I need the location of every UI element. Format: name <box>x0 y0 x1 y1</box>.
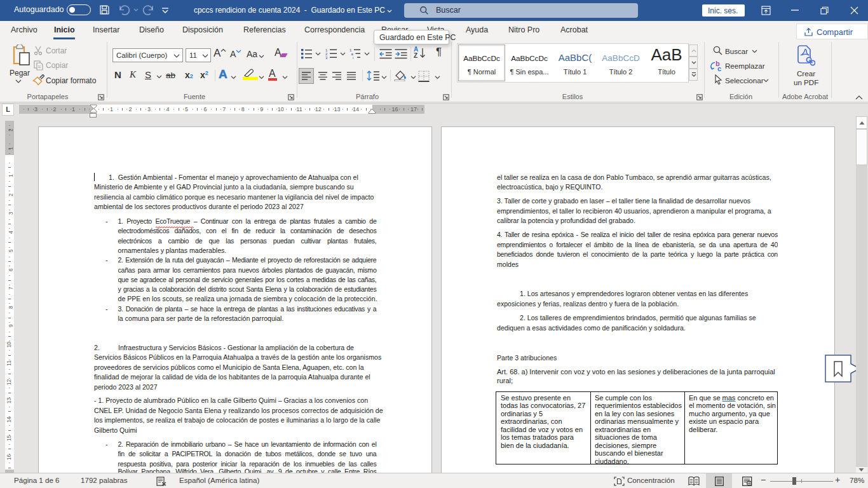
svg-text:2: 2 <box>325 52 328 56</box>
svg-text:3: 3 <box>325 56 328 60</box>
svg-text:i: i <box>353 56 353 60</box>
svg-text:c: c <box>717 65 721 72</box>
svg-text:a: a <box>351 52 354 56</box>
